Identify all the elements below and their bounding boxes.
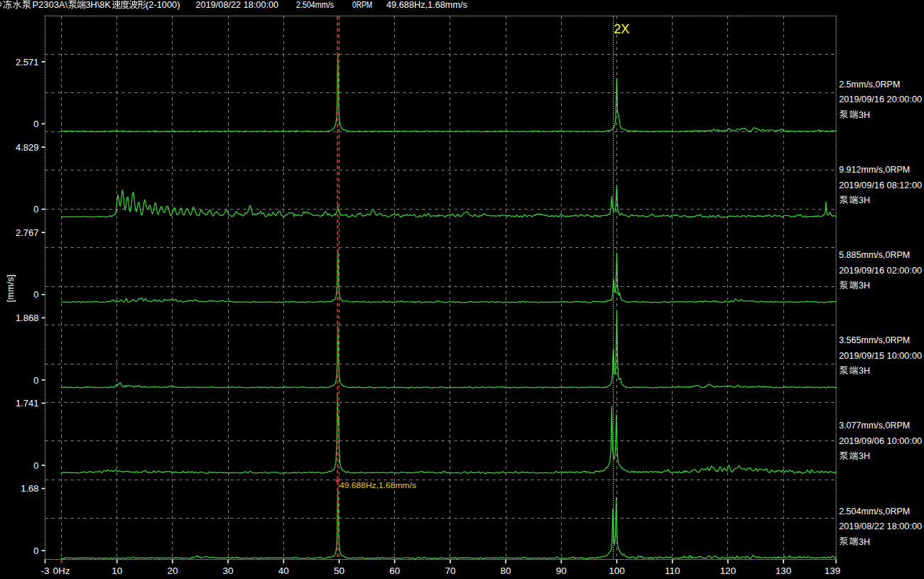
svg-text:0: 0 bbox=[33, 375, 38, 386]
svg-text:0: 0 bbox=[33, 119, 38, 129]
svg-text:[mm/s]: [mm/s] bbox=[5, 275, 16, 303]
svg-text:1.68: 1.68 bbox=[21, 483, 38, 494]
svg-text:3H: 3H bbox=[859, 110, 870, 120]
svg-text:0: 0 bbox=[33, 546, 38, 556]
svg-text:3H: 3H bbox=[859, 537, 870, 547]
svg-text:90: 90 bbox=[556, 566, 567, 576]
svg-text:3.565mm/s,0RPM: 3.565mm/s,0RPM bbox=[839, 335, 910, 345]
svg-text:2.5mm/s,0RPM: 2.5mm/s,0RPM bbox=[839, 80, 900, 90]
svg-text:80: 80 bbox=[501, 566, 511, 576]
svg-text:2.571: 2.571 bbox=[16, 57, 39, 67]
svg-text:49.688Hz,1.68mm/s: 49.688Hz,1.68mm/s bbox=[386, 0, 467, 10]
svg-text:3H: 3H bbox=[859, 281, 870, 291]
svg-text:3H: 3H bbox=[859, 366, 870, 376]
svg-text:2.504mm/s,0RPM: 2.504mm/s,0RPM bbox=[839, 507, 910, 516]
svg-text:49.688Hz,1.68mm/s: 49.688Hz,1.68mm/s bbox=[339, 480, 416, 490]
svg-text:5.885mm/s,0RPM: 5.885mm/s,0RPM bbox=[839, 250, 910, 260]
svg-text:-3: -3 bbox=[40, 566, 49, 576]
svg-text:1.868: 1.868 bbox=[16, 313, 39, 323]
svg-text:139: 139 bbox=[825, 566, 841, 576]
svg-text:2019/09/06 10:00:00: 2019/09/06 10:00:00 bbox=[839, 436, 922, 446]
svg-text:4.829: 4.829 bbox=[16, 142, 39, 153]
svg-text:2.504mm/s: 2.504mm/s bbox=[296, 0, 334, 10]
svg-text:3H\8K: 3H\8K bbox=[86, 0, 112, 10]
svg-text:3H: 3H bbox=[859, 195, 870, 205]
svg-text:(2-1000): (2-1000) bbox=[146, 0, 180, 10]
svg-text:50: 50 bbox=[334, 566, 344, 576]
svg-text:20: 20 bbox=[167, 566, 178, 576]
svg-text:0: 0 bbox=[33, 204, 38, 215]
svg-text:0: 0 bbox=[33, 289, 38, 300]
svg-text:2.767: 2.767 bbox=[16, 227, 39, 238]
svg-text:30: 30 bbox=[223, 566, 234, 576]
svg-text:9.912mm/s,0RPM: 9.912mm/s,0RPM bbox=[839, 165, 910, 175]
svg-text:40: 40 bbox=[278, 566, 289, 576]
svg-text:0Hz: 0Hz bbox=[53, 566, 70, 576]
svg-text:2019/08/22 18:00:00: 2019/08/22 18:00:00 bbox=[839, 521, 922, 531]
svg-text:3H: 3H bbox=[859, 451, 870, 461]
svg-text:2019/09/16 02:00:00: 2019/09/16 02:00:00 bbox=[839, 266, 922, 276]
svg-text:P2303A\: P2303A\ bbox=[33, 0, 68, 10]
svg-text:1.741: 1.741 bbox=[16, 398, 39, 408]
svg-text:2019/08/22 18:00:00: 2019/08/22 18:00:00 bbox=[196, 0, 279, 10]
svg-text:0RPM: 0RPM bbox=[352, 0, 372, 10]
svg-text:70: 70 bbox=[445, 566, 455, 576]
svg-text:3.077mm/s,0RPM: 3.077mm/s,0RPM bbox=[839, 421, 910, 431]
svg-text:2019/09/15 10:00:00: 2019/09/15 10:00:00 bbox=[839, 351, 922, 361]
svg-text:2X: 2X bbox=[614, 22, 629, 36]
svg-text:100: 100 bbox=[609, 566, 625, 576]
svg-text:120: 120 bbox=[720, 566, 737, 576]
svg-text:0: 0 bbox=[33, 460, 38, 471]
svg-text:110: 110 bbox=[665, 566, 680, 576]
svg-text:60: 60 bbox=[389, 566, 400, 576]
svg-text:2019/09/16 20:00:00: 2019/09/16 20:00:00 bbox=[839, 94, 922, 104]
svg-text:130: 130 bbox=[776, 566, 792, 576]
svg-text:2019/09/16 08:12:00: 2019/09/16 08:12:00 bbox=[839, 180, 922, 190]
svg-text:10: 10 bbox=[112, 566, 122, 576]
